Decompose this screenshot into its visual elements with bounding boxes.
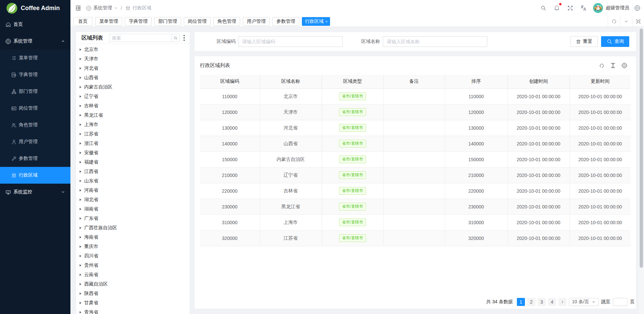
- tree-caret-icon[interactable]: [79, 217, 84, 220]
- tree-caret-icon[interactable]: [79, 236, 84, 239]
- tree-caret-icon[interactable]: [79, 58, 84, 60]
- tree-caret-icon[interactable]: [79, 123, 84, 126]
- tree-item-湖南省[interactable]: 湖南省: [79, 204, 190, 214]
- next-page-button[interactable]: [558, 298, 567, 306]
- sidebar-item-菜单管理[interactable]: 菜单管理: [0, 50, 70, 66]
- tree-search-input[interactable]: [109, 34, 171, 42]
- table-row-150000[interactable]: 150000 内蒙古自治区 省市/直辖市 150000 2020-10-01 0…: [200, 151, 631, 167]
- query-input-区域名称[interactable]: [383, 36, 487, 47]
- tree-item-甘肃省[interactable]: 甘肃省: [79, 298, 190, 308]
- tree-caret-icon[interactable]: [79, 245, 84, 248]
- tree-item-广东省[interactable]: 广东省: [79, 214, 190, 223]
- translate-icon[interactable]: [577, 0, 590, 16]
- tree-item-上海市[interactable]: 上海市: [79, 120, 190, 129]
- tree-item-湖北省[interactable]: 湖北省: [79, 195, 190, 204]
- sidebar-item-参数管理[interactable]: 参数管理: [0, 150, 70, 167]
- tab-角色管理[interactable]: 角色管理: [213, 17, 240, 26]
- reset-button[interactable]: 重置: [571, 36, 598, 47]
- tree-item-江苏省[interactable]: 江苏省: [79, 129, 190, 139]
- column-settings-icon[interactable]: [622, 63, 627, 68]
- page-scrollbar[interactable]: [639, 27, 644, 314]
- table-row-230000[interactable]: 230000 黑龙江省 省市/直辖市 230000 2020-10-01 00:…: [200, 199, 631, 214]
- tree-item-西藏自治区[interactable]: 西藏自治区: [79, 279, 190, 289]
- tree-item-山西省[interactable]: 山西省: [79, 73, 190, 82]
- avatar[interactable]: [593, 3, 603, 13]
- tree-caret-icon[interactable]: [79, 255, 84, 257]
- tree-caret-icon[interactable]: [79, 283, 84, 286]
- tree-caret-icon[interactable]: [79, 151, 84, 154]
- tree-item-浙江省[interactable]: 浙江省: [79, 139, 190, 148]
- tree-item-河北省[interactable]: 河北省: [79, 64, 190, 73]
- tree-caret-icon[interactable]: [79, 133, 84, 135]
- tree-caret-icon[interactable]: [79, 189, 84, 192]
- refresh-icon[interactable]: [599, 63, 604, 68]
- tree-caret-icon[interactable]: [79, 95, 84, 98]
- tree-caret-icon[interactable]: [79, 114, 84, 117]
- tab-close-icon[interactable]: ×: [325, 19, 327, 23]
- chevron-down-icon[interactable]: [620, 16, 632, 27]
- jump-page-input[interactable]: [613, 298, 628, 306]
- tree-item-海南省[interactable]: 海南省: [79, 233, 190, 242]
- tab-部门管理[interactable]: 部门管理: [154, 17, 181, 26]
- table-row-130000[interactable]: 130000 河北省 省市/直辖市 130000 2020-10-01 00:0…: [200, 120, 631, 136]
- table-row-310000[interactable]: 310000 上海市 省市/直辖市 310000 2020-10-01 00:0…: [200, 214, 631, 230]
- tree-item-黑龙江省[interactable]: 黑龙江省: [79, 111, 190, 120]
- tree-caret-icon[interactable]: [79, 208, 84, 210]
- sidebar-item-系统监控[interactable]: 系统监控: [0, 184, 70, 200]
- tree-caret-icon[interactable]: [79, 161, 84, 164]
- sidebar-item-用户管理[interactable]: 用户管理: [0, 133, 70, 150]
- tree-caret-icon[interactable]: [79, 273, 84, 276]
- sidebar-item-角色管理[interactable]: 角色管理: [0, 117, 70, 133]
- tree-item-辽宁省[interactable]: 辽宁省: [79, 92, 190, 101]
- page-button-1[interactable]: 1: [517, 298, 525, 306]
- more-options-icon[interactable]: [182, 35, 186, 41]
- tree-caret-icon[interactable]: [79, 311, 84, 314]
- tree-item-内蒙古自治区[interactable]: 内蒙古自治区: [79, 82, 190, 92]
- tree-caret-icon[interactable]: [79, 67, 84, 70]
- tree-item-福建省[interactable]: 福建省: [79, 158, 190, 167]
- tree-item-河南省[interactable]: 河南省: [79, 186, 190, 195]
- settings-gear-icon[interactable]: [631, 0, 644, 16]
- tree-caret-icon[interactable]: [79, 302, 84, 304]
- tree-item-吉林省[interactable]: 吉林省: [79, 101, 190, 111]
- tree-caret-icon[interactable]: [79, 142, 84, 145]
- tree-caret-icon[interactable]: [79, 48, 84, 51]
- tab-字典管理[interactable]: 字典管理: [125, 17, 152, 26]
- sidebar-item-首页[interactable]: 首页: [0, 16, 70, 33]
- tree-caret-icon[interactable]: [79, 292, 84, 295]
- tab-参数管理[interactable]: 参数管理: [272, 17, 299, 26]
- tree-item-四川省[interactable]: 四川省: [79, 251, 190, 261]
- row-height-icon[interactable]: [610, 63, 616, 68]
- tree-item-广西壮族自治区[interactable]: 广西壮族自治区: [79, 223, 190, 233]
- table-row-140000[interactable]: 140000 山西省 省市/直辖市 140000 2020-10-01 00:0…: [200, 136, 631, 151]
- tree-item-山东省[interactable]: 山东省: [79, 176, 190, 186]
- page-button-2[interactable]: 2: [527, 298, 535, 306]
- logo[interactable]: Coffee Admin: [0, 0, 70, 16]
- tab-岗位管理[interactable]: 岗位管理: [184, 17, 211, 26]
- tree-caret-icon[interactable]: [79, 86, 84, 88]
- tree-item-重庆市[interactable]: 重庆市: [79, 242, 190, 251]
- breadcrumb-item-系统管理[interactable]: 系统管理: [86, 5, 118, 11]
- tree-search-button[interactable]: [171, 34, 180, 42]
- scrollbar-thumb[interactable]: [640, 28, 643, 268]
- sidebar-item-行政区域[interactable]: 行政区域: [0, 167, 70, 184]
- tree-item-青海省[interactable]: 青海省: [79, 308, 190, 314]
- tree-item-陕西省[interactable]: 陕西省: [79, 289, 190, 298]
- page-button-3[interactable]: 3: [538, 298, 546, 306]
- refresh-icon[interactable]: [608, 16, 620, 27]
- tree-item-天津市[interactable]: 天津市: [79, 54, 190, 64]
- page-size-select[interactable]: 10 条/页: [569, 298, 599, 306]
- query-input-区域编码[interactable]: [238, 36, 343, 47]
- tree-caret-icon[interactable]: [79, 264, 84, 267]
- table-row-220000[interactable]: 220000 吉林省 省市/直辖市 220000 2020-10-01 00:0…: [200, 183, 631, 199]
- tree-caret-icon[interactable]: [79, 105, 84, 107]
- tree-caret-icon[interactable]: [79, 180, 84, 182]
- tab-菜单管理[interactable]: 菜单管理: [95, 17, 122, 26]
- search-icon[interactable]: [537, 0, 550, 16]
- sidebar-item-字典管理[interactable]: 字典管理: [0, 66, 70, 83]
- menu-fold-icon[interactable]: [75, 5, 81, 11]
- tab-行政区域[interactable]: 行政区域×: [302, 17, 330, 26]
- sidebar-item-岗位管理[interactable]: 岗位管理: [0, 100, 70, 117]
- tree-item-贵州省[interactable]: 贵州省: [79, 261, 190, 270]
- fullscreen-icon[interactable]: [564, 0, 577, 16]
